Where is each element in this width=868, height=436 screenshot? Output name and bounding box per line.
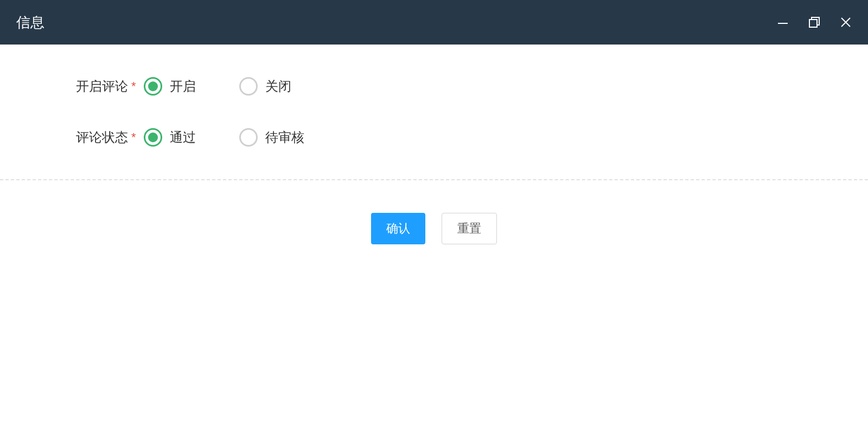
reset-button[interactable]: 重置: [442, 213, 497, 244]
comment-status-radio-pending[interactable]: 待审核: [239, 128, 304, 147]
enable-comments-row: 开启评论 * 开启 关闭: [76, 77, 792, 96]
radio-label: 关闭: [265, 78, 291, 95]
window-titlebar: 信息: [0, 0, 868, 45]
confirm-button[interactable]: 确认: [371, 213, 425, 244]
divider: [0, 179, 868, 180]
close-icon[interactable]: [840, 16, 852, 28]
comment-status-radio-pass[interactable]: 通过: [144, 128, 196, 147]
radio-icon: [239, 77, 258, 96]
radio-icon: [144, 128, 162, 147]
comment-status-row: 评论状态 * 通过 待审核: [76, 128, 792, 147]
radio-icon: [144, 77, 162, 96]
radio-label: 开启: [170, 78, 196, 95]
button-row: 确认 重置: [0, 213, 868, 244]
radio-icon: [239, 128, 258, 147]
svg-rect-2: [809, 20, 817, 27]
radio-label: 待审核: [265, 129, 304, 146]
enable-comments-label: 开启评论: [76, 78, 128, 95]
window-title: 信息: [16, 13, 44, 32]
enable-comments-radio-group: 开启 关闭: [144, 77, 291, 96]
minimize-icon[interactable]: [777, 16, 789, 28]
maximize-icon[interactable]: [808, 16, 820, 28]
required-mark: *: [131, 79, 136, 93]
comment-status-radio-group: 通过 待审核: [144, 128, 304, 147]
radio-label: 通过: [170, 129, 196, 146]
comment-status-label: 评论状态: [76, 129, 128, 146]
enable-comments-radio-off[interactable]: 关闭: [239, 77, 291, 96]
required-mark: *: [131, 130, 136, 144]
enable-comments-radio-on[interactable]: 开启: [144, 77, 196, 96]
form-content: 开启评论 * 开启 关闭 评论状态 * 通过: [0, 45, 868, 147]
window-controls: [777, 16, 852, 28]
